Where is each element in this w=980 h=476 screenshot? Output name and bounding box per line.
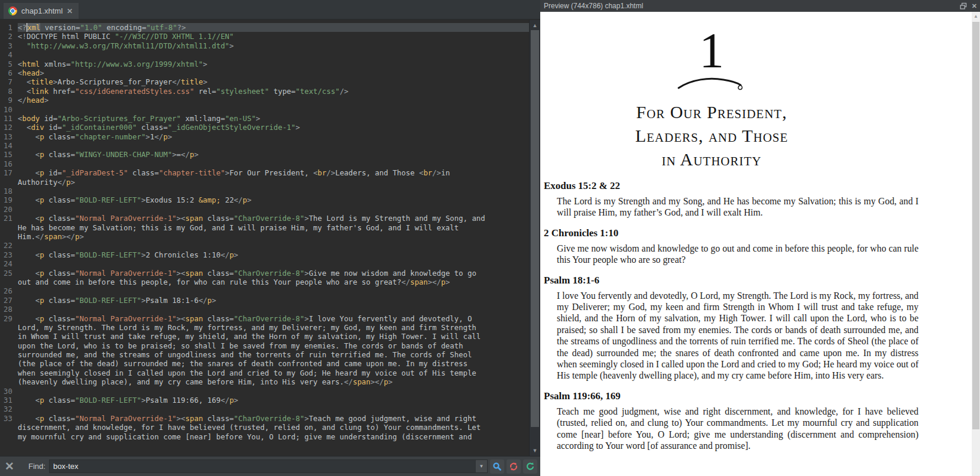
code-line[interactable]: Lord, my Strength. The Lord is my Rock, … bbox=[0, 323, 540, 332]
find-refresh-button[interactable] bbox=[507, 459, 521, 474]
code-line[interactable]: 31 <p class="BOLD-REF-LEFT">Psalm 119:66… bbox=[0, 396, 540, 405]
line-number bbox=[0, 323, 18, 332]
code-line[interactable]: 6<head> bbox=[0, 69, 540, 77]
code-line[interactable]: 11<body id="Arbo-Scriptures_for_Prayer" … bbox=[0, 114, 540, 123]
editor-pane: chap1.xhtml ✕ 1<?xml version="1.0" encod… bbox=[0, 0, 540, 476]
line-number: 6 bbox=[0, 69, 18, 77]
code-line[interactable]: 2<!DOCTYPE html PUBLIC "-//W3C//DTD XHTM… bbox=[0, 32, 540, 41]
code-line[interactable]: surrounded me, and the streams of ungodl… bbox=[0, 350, 540, 359]
line-number: 25 bbox=[0, 269, 18, 278]
line-number bbox=[0, 232, 18, 241]
code-line[interactable]: He has become my Salvation; this is my G… bbox=[0, 223, 540, 232]
code-line[interactable]: upon the Lord, who is to be praised; so … bbox=[0, 341, 540, 350]
code-line[interactable]: 4 bbox=[0, 50, 540, 59]
code-line[interactable]: Him.</span></p> bbox=[0, 232, 540, 241]
find-history-dropdown-icon[interactable]: ▼ bbox=[476, 460, 487, 472]
code-line[interactable]: discernment, and knowledge, for I have b… bbox=[0, 423, 540, 432]
code-line[interactable]: 13 <p class="chapter-number">1</p> bbox=[0, 132, 540, 141]
preview-scrollbar[interactable]: ▲ bbox=[972, 12, 980, 476]
code-line[interactable]: 20 bbox=[0, 205, 540, 214]
ide-window: chap1.xhtml ✕ 1<?xml version="1.0" encod… bbox=[0, 0, 980, 476]
find-close-icon[interactable]: ✕ bbox=[5, 459, 19, 474]
code-line[interactable]: 30 bbox=[0, 387, 540, 396]
code-line[interactable]: 7 <title>Arbo-Scriptures_for_Prayer</tit… bbox=[0, 77, 540, 86]
preview-title: Preview (744x786) chap1.xhtml bbox=[544, 2, 960, 10]
scripture-text: I love You fervently and devotedly, O Lo… bbox=[557, 290, 919, 382]
line-number: 16 bbox=[0, 159, 18, 168]
code-line[interactable]: (the place of the dead) surrounded me; t… bbox=[0, 359, 540, 368]
preview-pane: Preview (744x786) chap1.xhtml ✕ 1 bbox=[540, 0, 980, 476]
preview-close-icon[interactable]: ✕ bbox=[972, 2, 977, 10]
chapter-title-line: Leaders, and Those bbox=[540, 124, 883, 148]
tab-close-icon[interactable]: ✕ bbox=[67, 7, 73, 15]
code-line[interactable]: in Whom I will trust and take refuge, my… bbox=[0, 332, 540, 341]
code-line[interactable]: 1<?xml version="1.0" encoding="utf-8"?> bbox=[0, 23, 540, 32]
line-number: 17 bbox=[0, 168, 18, 177]
line-number: 30 bbox=[0, 387, 18, 396]
code-line[interactable]: 9</head> bbox=[0, 96, 540, 105]
line-number: 13 bbox=[0, 132, 18, 141]
code-line[interactable]: my mournful cry and supplication come [n… bbox=[0, 432, 540, 441]
find-label: Find: bbox=[28, 462, 46, 471]
code-line[interactable]: 3 "http://www.w3.org/TR/xhtml11/DTD/xhtm… bbox=[0, 41, 540, 50]
code-line[interactable]: when seemingly closed in I called upon t… bbox=[0, 369, 540, 377]
scroll-up-icon[interactable]: ▲ bbox=[530, 21, 540, 30]
line-number: 1 bbox=[0, 23, 18, 32]
code-line[interactable]: 14 bbox=[0, 141, 540, 150]
code-line[interactable]: 25 <p class="Normal ParaOverride-1"><spa… bbox=[0, 269, 540, 278]
editor-scrollbar[interactable]: ▲ ▼ bbox=[529, 20, 540, 456]
code-line[interactable]: 8 <link href="css/idGeneratedStyles.css"… bbox=[0, 87, 540, 96]
code-line[interactable]: 27 <p class="BOLD-REF-LEFT">Psalm 18:1-6… bbox=[0, 296, 540, 305]
find-input-wrap: ▼ bbox=[49, 459, 488, 473]
swash-flourish-icon bbox=[540, 74, 883, 94]
code-line[interactable]: 18 bbox=[0, 187, 540, 195]
code-line[interactable]: 32 bbox=[0, 405, 540, 413]
line-number: 26 bbox=[0, 286, 18, 295]
code-line[interactable]: 16 bbox=[0, 159, 540, 168]
line-number: 32 bbox=[0, 405, 18, 413]
code-line[interactable]: 15 <p class="WINGY-UNDER-CHAP-NUM">=</p> bbox=[0, 150, 540, 159]
code-line[interactable]: (heavenly dwelling place), and my cry ca… bbox=[0, 377, 540, 386]
preview-scrollbar-thumb[interactable] bbox=[972, 22, 979, 429]
scroll-down-icon[interactable]: ▼ bbox=[530, 446, 540, 455]
code-line[interactable]: 28 bbox=[0, 305, 540, 314]
code-line[interactable]: 24 bbox=[0, 259, 540, 268]
line-number bbox=[0, 350, 18, 359]
code-line[interactable]: 19 <p class="BOLD-REF-LEFT">Exodus 15:2 … bbox=[0, 195, 540, 204]
find-input[interactable] bbox=[50, 460, 476, 472]
editor-scrollbar-thumb[interactable] bbox=[531, 30, 539, 427]
tab-chap1-xhtml[interactable]: chap1.xhtml ✕ bbox=[4, 3, 79, 19]
line-number bbox=[0, 359, 18, 368]
code-line[interactable]: 22 bbox=[0, 241, 540, 250]
find-search-button[interactable] bbox=[490, 459, 504, 474]
find-reset-button[interactable] bbox=[523, 459, 537, 474]
refresh-arrows-icon bbox=[509, 462, 518, 471]
tab-title: chap1.xhtml bbox=[21, 6, 63, 15]
html-file-icon bbox=[8, 6, 17, 15]
line-number: 18 bbox=[0, 187, 18, 195]
code-line[interactable]: 17 <p id="_idParaDest-5" class="chapter-… bbox=[0, 168, 540, 177]
code-line[interactable]: 12 <div id="_idContainer000" class="_idG… bbox=[0, 123, 540, 132]
line-number: 21 bbox=[0, 214, 18, 223]
code-line[interactable]: 5<html xmlns="http://www.w3.org/1999/xht… bbox=[0, 60, 540, 69]
chapter-title-line: For Our President, bbox=[540, 100, 883, 124]
code-line[interactable]: 26 bbox=[0, 286, 540, 295]
line-number bbox=[0, 332, 18, 341]
code-editor[interactable]: 1<?xml version="1.0" encoding="utf-8"?>2… bbox=[0, 20, 540, 456]
code-line[interactable]: out and come in before this people, for … bbox=[0, 278, 540, 286]
line-number: 11 bbox=[0, 114, 18, 123]
code-line[interactable]: 29 <p class="Normal ParaOverride-1"><spa… bbox=[0, 314, 540, 323]
float-window-icon[interactable] bbox=[960, 2, 967, 9]
line-number: 14 bbox=[0, 141, 18, 150]
preview-scroll-up-icon[interactable]: ▲ bbox=[972, 14, 980, 19]
scripture-reference: Psalm 18:1-6 bbox=[544, 275, 919, 286]
code-line[interactable]: 21 <p class="Normal ParaOverride-1"><spa… bbox=[0, 214, 540, 223]
scripture-text: Teach me good judgment, wise and right d… bbox=[557, 406, 919, 452]
code-line[interactable]: Authority</p> bbox=[0, 178, 540, 187]
line-number bbox=[0, 432, 18, 441]
code-line[interactable]: 23 <p class="BOLD-REF-LEFT">2 Chronicles… bbox=[0, 250, 540, 259]
line-number bbox=[0, 223, 18, 232]
code-line[interactable]: 10 bbox=[0, 105, 540, 114]
find-bar: ✕ Find: ▼ bbox=[0, 456, 540, 476]
code-line[interactable]: 33 <p class="Normal ParaOverride-1"><spa… bbox=[0, 414, 540, 423]
